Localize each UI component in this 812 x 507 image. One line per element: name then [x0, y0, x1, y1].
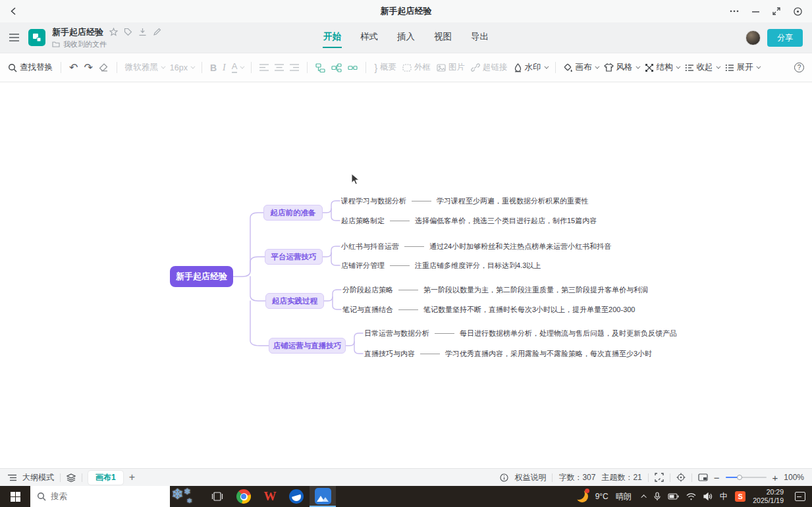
structure-button[interactable]: 结构 — [645, 62, 679, 73]
blue-app-button[interactable] — [283, 486, 310, 507]
mindmap-branch-node[interactable]: 起店前的准备 — [263, 205, 323, 221]
italic-button[interactable]: I — [223, 63, 226, 73]
document-location[interactable]: 我收到的文件 — [63, 40, 107, 49]
download-icon[interactable] — [138, 28, 147, 36]
fit-screen-icon[interactable] — [655, 473, 664, 482]
battery-icon[interactable] — [668, 493, 679, 500]
align-center-icon[interactable] — [275, 64, 284, 71]
mindmap-root-node[interactable]: 新手起店经验 — [170, 266, 233, 287]
watermark-button[interactable]: 水印 — [514, 62, 547, 73]
taskbar-search[interactable]: ❄❄❄ — [30, 486, 170, 507]
leaf-connector — [390, 265, 410, 266]
redo-button[interactable]: ↷ — [84, 63, 92, 73]
font-family-select[interactable]: 微软雅黑 — [125, 62, 164, 73]
tab-start[interactable]: 开始 — [323, 27, 342, 48]
divider — [82, 473, 82, 482]
search-input[interactable] — [51, 492, 123, 501]
resize-icon[interactable] — [772, 7, 781, 16]
locate-center-icon[interactable] — [676, 473, 686, 482]
star-icon[interactable] — [109, 28, 118, 36]
weather-icon[interactable] — [576, 491, 588, 502]
bold-button[interactable]: B — [210, 63, 217, 73]
hamburger-menu-icon[interactable] — [9, 34, 19, 41]
find-replace-button[interactable]: 查找替换 — [8, 62, 53, 73]
connector-lines — [0, 82, 812, 468]
image-button[interactable]: 图片 — [437, 62, 465, 73]
mindmap-leaf-row[interactable]: 课程学习与数据分析 学习课程至少两遍，重视数据分析积累的重要性 — [341, 196, 589, 206]
back-icon[interactable] — [9, 7, 18, 16]
layers-icon[interactable] — [67, 473, 76, 482]
font-color-button[interactable]: A — [232, 62, 244, 72]
zoom-slider[interactable] — [726, 477, 767, 478]
notification-center-icon[interactable] — [795, 492, 805, 501]
add-canvas-button[interactable]: + — [129, 471, 135, 483]
mindmap-branch-node[interactable]: 店铺运营与直播技巧 — [269, 338, 346, 354]
canvas-settings-button[interactable]: 画布 — [564, 62, 598, 73]
weather-temp[interactable]: 9°C — [595, 492, 609, 501]
tab-style[interactable]: 样式 — [360, 27, 379, 48]
insert-parent-node-icon[interactable] — [348, 63, 358, 72]
word-count: 字数：307 — [558, 472, 595, 483]
tab-export[interactable]: 导出 — [470, 27, 489, 48]
taskbar-clock[interactable]: 20:29 2025/1/19 — [753, 488, 784, 505]
tab-insert[interactable]: 插入 — [396, 27, 416, 48]
hyperlink-button[interactable]: 超链接 — [471, 62, 508, 73]
speaker-icon[interactable] — [703, 493, 713, 500]
zoom-slider-knob[interactable] — [737, 475, 742, 480]
boundary-button[interactable]: 外框 — [402, 62, 431, 73]
outline-mode-button[interactable]: 大纲模式 — [22, 472, 54, 483]
format-eraser-button[interactable] — [99, 63, 109, 72]
canvas-tab[interactable]: 画布1 — [88, 471, 123, 485]
info-icon — [500, 473, 508, 482]
divider — [61, 62, 61, 73]
font-size-select[interactable]: 16px — [170, 63, 194, 72]
taskbar-tray: 9°C 晴朗 中 S 20:29 2025/1/19 — [576, 486, 812, 507]
user-avatar[interactable] — [745, 30, 761, 45]
edit-icon[interactable] — [153, 28, 161, 36]
insert-sibling-node-icon[interactable] — [315, 63, 325, 72]
share-button[interactable]: 分享 — [767, 29, 803, 47]
mindmap-leaf-row[interactable]: 分阶段起店策略 第一阶段以数量为主，第二阶段注重质量，第三阶段提升客单价与利润 — [342, 284, 648, 295]
mindmap-leaf-row[interactable]: 笔记与直播结合 笔记数量坚持不断，直播时长每次3小时以上，提升单量至200-30… — [342, 304, 636, 315]
tab-view[interactable]: 视图 — [433, 27, 452, 48]
insert-child-node-icon[interactable] — [331, 63, 342, 72]
microphone-icon[interactable] — [654, 492, 661, 501]
wifi-icon[interactable] — [686, 493, 696, 500]
align-left-icon[interactable] — [259, 64, 269, 71]
start-button[interactable] — [0, 486, 30, 507]
mindmap-branch-node[interactable]: 平台运营技巧 — [265, 249, 323, 265]
align-right-icon[interactable] — [290, 64, 299, 71]
rights-link[interactable]: 权益说明 — [514, 472, 546, 483]
zoom-out-button[interactable]: − — [714, 472, 720, 483]
undo-button[interactable]: ↶ — [69, 63, 78, 73]
zoom-in-button[interactable]: + — [772, 472, 778, 483]
ime-indicator[interactable]: 中 — [720, 491, 728, 502]
sogou-input-icon[interactable]: S — [735, 491, 745, 502]
mindmap-canvas[interactable]: 新手起店经验 起店前的准备 平台运营技巧 起店实践过程 店铺运营与直播技巧 课程… — [0, 82, 812, 468]
outline-mode-icon — [8, 474, 16, 481]
tag-icon[interactable] — [124, 28, 132, 36]
wps-app-button[interactable]: W — [257, 486, 283, 507]
task-view-button[interactable] — [204, 486, 230, 507]
help-icon[interactable]: ? — [794, 63, 804, 72]
target-icon[interactable] — [793, 7, 803, 16]
style-button[interactable]: 风格 — [604, 62, 639, 73]
mindmap-leaf-row[interactable]: 日常运营与数据分析 每日进行数据榜单分析，处理物流与售后问题，及时更新负反馈产品 — [364, 328, 677, 338]
mindmap-leaf-row[interactable]: 店铺评分管理 注重店铺多维度评分，目标达到4.3以上 — [341, 260, 541, 271]
expand-button[interactable]: 展开 — [725, 62, 759, 73]
minimize-icon[interactable] — [751, 7, 760, 16]
mindmap-leaf-row[interactable]: 小红书与抖音运营 通过24小时加够粉丝和关注热点榜单来运营小红书和抖音 — [341, 241, 611, 252]
more-options-icon[interactable] — [729, 7, 740, 16]
hidden-icons-chevron[interactable] — [641, 494, 646, 500]
mindmap-app-button[interactable] — [310, 486, 336, 507]
mindmap-branch-node[interactable]: 起店实践过程 — [265, 293, 324, 309]
summary-button[interactable]: } 概要 — [374, 62, 396, 73]
weather-desc[interactable]: 晴朗 — [616, 491, 632, 502]
chrome-app-button[interactable] — [230, 486, 257, 507]
mindmap-leaf-row[interactable]: 起店策略制定 选择偏低客单价，挑选三个类目进行起店，制作15篇内容 — [341, 215, 597, 226]
minimap-icon[interactable] — [698, 473, 708, 481]
divider — [555, 62, 556, 73]
collapse-button[interactable]: 收起 — [685, 62, 719, 73]
mindmap-leaf-row[interactable]: 直播技巧与内容 学习优秀直播内容，采用露脸与不露脸策略，每次直播至少3小时 — [364, 348, 652, 359]
chevron-down-icon — [544, 65, 549, 69]
